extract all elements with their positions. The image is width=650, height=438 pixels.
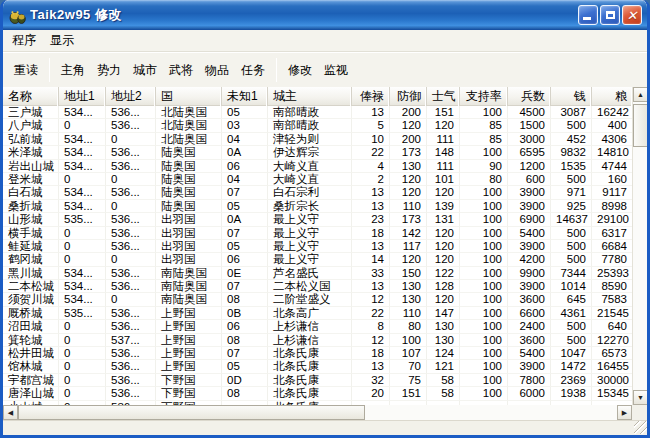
cell: 100 — [460, 293, 508, 306]
table-row[interactable]: 横手城0536...出羽国07最上义守181421201005400500631… — [3, 227, 632, 240]
cell: 1200 — [508, 160, 551, 173]
resize-grip[interactable] — [634, 421, 647, 434]
toolbar-button-势力[interactable]: 势力 — [92, 58, 126, 83]
scroll-up-icon[interactable]: ▲ — [633, 87, 648, 102]
cell: 陆奥国 — [156, 200, 222, 213]
close-button[interactable]: ✕ — [622, 5, 642, 25]
table-row[interactable]: 厩桥城535...536...上野国0B北条高广2211014710066004… — [3, 307, 632, 320]
minimize-button[interactable] — [578, 5, 598, 25]
cell: 08 — [222, 334, 268, 347]
vertical-scrollbar[interactable]: ▲ ▼ — [632, 87, 647, 405]
vertical-scroll-thumb[interactable] — [633, 104, 648, 147]
column-header-12[interactable]: 粮 — [592, 87, 632, 106]
cell: 北条高广 — [268, 307, 352, 320]
column-header-8[interactable]: 士气 — [427, 87, 460, 106]
table-row[interactable]: 须贺川城534...0南陆奥国08二阶堂盛义121301201003600645… — [3, 293, 632, 306]
scroll-left-icon[interactable]: ◀ — [3, 405, 18, 420]
cell: 0A — [222, 146, 268, 159]
table-row[interactable]: 山形城535...536...出羽国0A最上义守2317313110069001… — [3, 213, 632, 226]
cell: 下野国 — [156, 387, 222, 400]
cell: 100 — [460, 253, 508, 266]
table-row[interactable]: 八户城0536...北陆奥国03南部晴政5120120851500500400 — [3, 119, 632, 132]
cell: 23 — [352, 213, 390, 226]
cell: 107 — [390, 347, 427, 360]
toolbar-button-物品[interactable]: 物品 — [200, 58, 234, 83]
toolbar-button-武将[interactable]: 武将 — [164, 58, 198, 83]
column-header-6[interactable]: 俸禄 — [352, 87, 390, 106]
cell: 7583 — [592, 293, 632, 306]
cell: 04 — [222, 173, 268, 186]
table-row[interactable]: 馆林城0536...上野国05北条氏康137012110039001472164… — [3, 360, 632, 373]
scroll-down-icon[interactable]: ▼ — [633, 390, 648, 405]
toolbar-button-主角[interactable]: 主角 — [56, 58, 90, 83]
cell: 100 — [460, 186, 508, 199]
cell: 0 — [59, 227, 106, 240]
cell: 北陆奥国 — [156, 119, 222, 132]
cell: 05 — [222, 106, 268, 119]
table-row[interactable]: 三户城534...536...北陆奥国05南部晴政132001511004500… — [3, 106, 632, 119]
table-row[interactable]: 唐泽山城0536...下野国08北条氏康20151581006000193815… — [3, 387, 632, 400]
cell: 0B — [222, 307, 268, 320]
menu-item-0[interactable]: 程序 — [5, 29, 43, 52]
table-row[interactable]: 二本松城534...536...南陆奥国07二本松义国1313012810039… — [3, 280, 632, 293]
table-row[interactable]: 弘前城534...0北陆奥国04津轻为则10200111853000452430… — [3, 133, 632, 146]
table-row[interactable]: 岩出山城534...536...陆奥国06大崎义直413011190120015… — [3, 160, 632, 173]
cell: 536... — [106, 307, 156, 320]
cell: 最上义守 — [268, 213, 352, 226]
table-row[interactable]: 桑折城534...0陆奥国05桑折宗长131101391003900925899… — [3, 200, 632, 213]
close-icon: ✕ — [627, 9, 638, 22]
cell: 白石宗利 — [268, 186, 352, 199]
table-row[interactable]: 宇都宫城0536...下野国0D北条氏康32755810078002369300… — [3, 374, 632, 387]
menu-item-1[interactable]: 显示 — [43, 29, 81, 52]
column-header-11[interactable]: 钱 — [551, 87, 592, 106]
toolbar-button-任务[interactable]: 任务 — [236, 58, 270, 83]
cell: 9117 — [592, 186, 632, 199]
cell: 八户城 — [3, 119, 59, 132]
cell: 640 — [592, 320, 632, 333]
cell: 05 — [222, 240, 268, 253]
cell: 箕轮城 — [3, 334, 59, 347]
column-header-0[interactable]: 名称 — [3, 87, 59, 106]
cell: 6600 — [508, 307, 551, 320]
toolbar-button-重读[interactable]: 重读 — [9, 58, 43, 83]
table-row[interactable]: 白石城534...536...陆奥国07白石宗利1312012010039009… — [3, 186, 632, 199]
table-row[interactable]: 鹤冈城00出羽国06最上义守1412012010042005007780 — [3, 253, 632, 266]
cell: 4200 — [508, 253, 551, 266]
cell: 600 — [508, 173, 551, 186]
column-header-3[interactable]: 国 — [156, 87, 222, 106]
cell: 500 — [551, 173, 592, 186]
cell: 33 — [352, 267, 390, 280]
scroll-right-icon[interactable]: ▶ — [617, 405, 632, 420]
column-header-1[interactable]: 地址1 — [59, 87, 106, 106]
table-row[interactable]: 登米城00陆奥国04大崎义直212010180600500160 — [3, 173, 632, 186]
toolbar-button-城市[interactable]: 城市 — [128, 58, 162, 83]
column-header-10[interactable]: 兵数 — [508, 87, 551, 106]
cell: 121 — [427, 360, 460, 373]
cell: 陆奥国 — [156, 186, 222, 199]
table-row[interactable]: 沼田城0536...上野国06上杉谦信8801301002400500640 — [3, 320, 632, 333]
cell: 120 — [427, 227, 460, 240]
cell: 1047 — [551, 347, 592, 360]
column-header-7[interactable]: 防御 — [390, 87, 427, 106]
cell: 21545 — [592, 307, 632, 320]
horizontal-scrollbar[interactable]: ◀ ▶ — [3, 405, 632, 420]
table-row[interactable]: 黑川城534...536...南陆奥国0E芦名盛氏331501221009900… — [3, 267, 632, 280]
cell: 13 — [352, 186, 390, 199]
maximize-button[interactable] — [600, 5, 620, 25]
table-row[interactable]: 箕轮城0537...上野国08上杉谦信121001301003600500122… — [3, 334, 632, 347]
cell: 12 — [352, 293, 390, 306]
titlebar[interactable]: Taik2w95 修改 ✕ — [3, 0, 647, 30]
column-header-9[interactable]: 支持率 — [460, 87, 508, 106]
column-header-4[interactable]: 未知1 — [222, 87, 268, 106]
table-row[interactable]: 松井田城0536...上野国07北条氏康18107124100540010476… — [3, 347, 632, 360]
toolbar-button-修改[interactable]: 修改 — [283, 58, 317, 83]
table-row[interactable]: 米泽城534...536...陆奥国0A伊达辉宗2217314810065959… — [3, 146, 632, 159]
cell: 536... — [106, 360, 156, 373]
column-header-2[interactable]: 地址2 — [106, 87, 156, 106]
cell: 北条氏康 — [268, 347, 352, 360]
cell: 100 — [460, 307, 508, 320]
column-header-5[interactable]: 城主 — [268, 87, 352, 106]
table-row[interactable]: 鲑延城0536...出羽国05最上义守131171201003900500668… — [3, 240, 632, 253]
horizontal-scroll-thumb[interactable] — [18, 405, 365, 420]
toolbar-button-监视[interactable]: 监视 — [319, 58, 353, 83]
